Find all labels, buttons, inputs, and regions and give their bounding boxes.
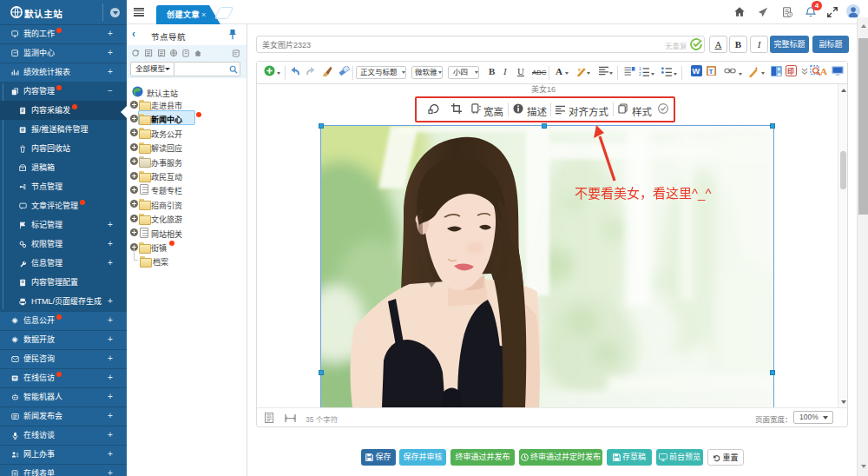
svg-text:T: T [709, 68, 713, 76]
svg-text:2: 2 [639, 71, 641, 76]
svg-text:W: W [692, 67, 700, 76]
svg-text:印: 印 [787, 67, 793, 76]
